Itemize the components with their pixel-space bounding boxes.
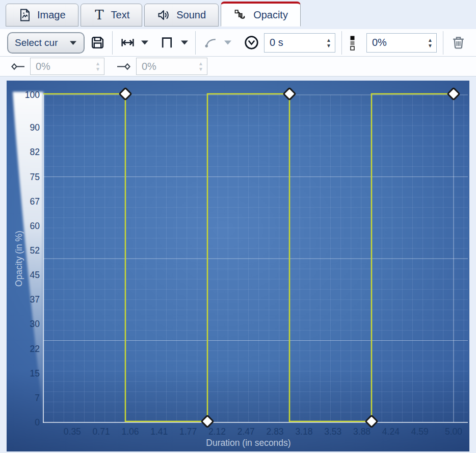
stretch-width-dropdown[interactable]	[140, 40, 149, 45]
delete-keyframe-button[interactable]	[449, 34, 467, 52]
stretch-width-icon	[120, 35, 136, 51]
y-tick-label: 15	[30, 368, 40, 379]
x-tick-label: 3.53	[324, 426, 341, 437]
x-tick-label: 2.83	[267, 426, 284, 437]
layer-dots-wrap	[348, 34, 356, 52]
y-tick-label: 60	[30, 221, 40, 231]
y-tick-label: 90	[30, 122, 40, 133]
x-tick-label: 5.00	[445, 426, 462, 437]
ease-out-spinbox: ▲ ▼	[136, 58, 207, 75]
x-axis-title: Duration (in seconds)	[206, 438, 290, 448]
toolbar-separator	[112, 31, 113, 55]
spin-down-button: ▼	[198, 67, 203, 71]
time-icon-wrap	[243, 34, 260, 52]
tab-label: Image	[37, 9, 66, 21]
chevron-down-icon	[141, 40, 149, 45]
ease-curve-button-disabled	[202, 34, 219, 52]
y-tick-label: 52	[30, 245, 40, 256]
stretch-width-button[interactable]	[119, 34, 136, 52]
time-spinbox: ▲ ▼	[264, 33, 335, 53]
x-tick-label: 4.59	[411, 426, 429, 437]
layer-dots-icon	[349, 35, 356, 51]
chevron-down-icon	[180, 40, 189, 45]
value-input[interactable]	[372, 37, 419, 48]
y-tick-label: 45	[30, 270, 40, 280]
spin-down-button[interactable]: ▼	[428, 43, 433, 48]
ease-out-spinner-arrows: ▲ ▼	[198, 61, 203, 71]
curve-select-dropdown[interactable]: Select cur	[7, 32, 85, 54]
svg-text:T: T	[95, 8, 104, 22]
opacity-curve-editor[interactable]: 0.350.711.061.411.772.122.472.833.183.53…	[7, 81, 469, 451]
y-tick-label: 75	[30, 172, 40, 182]
y-tick-label: 22	[30, 344, 40, 354]
value-spinner-arrows: ▲ ▼	[428, 38, 433, 48]
tab-label: Sound	[176, 9, 206, 21]
value-spinbox: ▲ ▼	[366, 33, 437, 53]
chevron-down-icon	[69, 40, 77, 45]
x-tick-label: 2.12	[208, 426, 226, 437]
sound-icon	[157, 8, 171, 22]
toolbar-separator	[341, 31, 342, 55]
tab-opacity[interactable]: Opacity	[221, 2, 301, 27]
tab-image[interactable]: Image	[6, 4, 78, 27]
text-icon: T	[93, 8, 105, 22]
y-tick-label: 82	[30, 147, 40, 157]
spin-up-button[interactable]: ▲	[326, 38, 331, 42]
y-axis-title: Opacity (in %)	[14, 231, 24, 287]
tab-label: Opacity	[253, 9, 288, 21]
curve-select-value: Select cur	[15, 37, 58, 48]
ease-out-input	[142, 61, 189, 72]
opacity-curve-chart[interactable]: 0.350.711.061.411.772.122.472.833.183.53…	[7, 81, 469, 451]
ease-curve-dropdown-disabled	[223, 40, 232, 45]
opacity-editor-window: { "tabs": [ {"label": "Image", "icon": "…	[0, 0, 476, 453]
square-wave-icon	[160, 35, 175, 51]
main-toolbar: Select cur	[0, 29, 476, 57]
y-tick-label: 7	[35, 393, 40, 403]
spin-up-button: ▲	[95, 61, 100, 66]
square-wave-dropdown[interactable]	[180, 40, 189, 45]
spin-down-button[interactable]: ▼	[326, 43, 331, 48]
spin-up-button: ▲	[198, 61, 203, 66]
x-tick-label: 0.35	[64, 426, 81, 437]
ease-in-spinbox: ▲ ▼	[30, 58, 104, 75]
tab-bar: Image T Text Sound Opacity	[6, 2, 301, 27]
toolbar-separator	[443, 31, 443, 55]
chevron-down-icon	[224, 40, 232, 45]
y-tick-label: 67	[30, 196, 40, 207]
x-tick-label: 2.47	[237, 426, 255, 437]
square-wave-button[interactable]	[158, 34, 176, 52]
opacity-curve-icon	[233, 8, 248, 22]
trash-icon	[451, 35, 466, 51]
spin-up-button[interactable]: ▲	[428, 38, 433, 42]
time-input[interactable]	[270, 37, 316, 48]
ease-in-input	[36, 61, 83, 72]
y-tick-label: 100	[25, 90, 40, 100]
x-tick-label: 1.41	[150, 426, 168, 437]
toolbar-separator	[195, 31, 196, 55]
save-button[interactable]	[89, 34, 106, 52]
x-tick-label: 3.18	[295, 426, 312, 437]
clock-icon	[243, 34, 260, 51]
ease-curve-icon	[203, 35, 219, 51]
tab-label: Text	[111, 9, 130, 21]
tab-text[interactable]: T Text	[81, 4, 143, 27]
image-icon	[18, 8, 32, 22]
x-tick-label: 1.06	[121, 426, 139, 437]
y-tick-label: 0	[35, 417, 40, 427]
tab-sound[interactable]: Sound	[144, 4, 219, 27]
y-tick-label: 30	[30, 319, 40, 329]
x-tick-label: 3.88	[353, 426, 371, 437]
keyframe-out-icon	[116, 62, 131, 71]
easing-toolbar: ▲ ▼ ▲ ▼	[0, 57, 476, 77]
keyframe-in-icon	[10, 62, 25, 71]
x-tick-label: 0.71	[93, 426, 110, 437]
ease-in-spinner-arrows: ▲ ▼	[95, 61, 100, 71]
y-tick-label: 37	[30, 294, 40, 305]
x-tick-label: 1.77	[179, 426, 197, 437]
spin-down-button: ▼	[95, 67, 100, 71]
x-tick-label: 4.24	[382, 426, 400, 437]
time-spinner-arrows: ▲ ▼	[326, 38, 331, 48]
save-icon	[90, 35, 105, 51]
